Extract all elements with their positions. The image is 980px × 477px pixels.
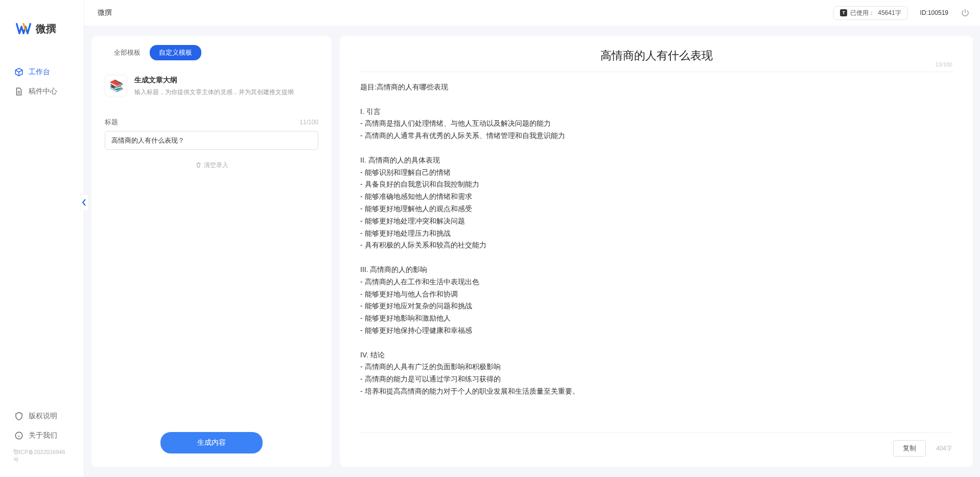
sidebar-bottom: 版权说明 关于我们 鄂ICP备2022016946号 (0, 406, 84, 477)
output-title-count: 10/100 (935, 61, 952, 67)
title-input[interactable] (105, 131, 318, 150)
template-info: 生成文章大纲 输入标题，为你提供文章主体的灵感，并为其创建推文提纲 (134, 75, 294, 97)
usage-value: 45641字 (878, 9, 901, 17)
page-title: 微撰 (95, 8, 112, 17)
copy-button[interactable]: 复制 (893, 440, 926, 457)
logo-text: 微撰 (36, 22, 56, 36)
template-desc: 输入标题，为你提供文章主体的灵感，并为其创建推文提纲 (134, 88, 294, 97)
logo-icon (15, 20, 32, 37)
shield-icon (14, 412, 24, 421)
output-header: 高情商的人有什么表现 10/100 (360, 48, 952, 72)
left-panel: 全部模板 自定义模板 📚 生成文章大纲 输入标题，为你提供文章主体的灵感，并为其… (91, 36, 332, 467)
title-form: 标题 11/100 (105, 118, 318, 150)
template-tabs: 全部模板 自定义模板 (105, 45, 318, 60)
cube-icon (14, 67, 24, 77)
nav-item-label: 关于我们 (29, 431, 57, 440)
right-panel: 高情商的人有什么表现 10/100 题目:高情商的人有哪些表现 I. 引言 - … (340, 36, 973, 467)
text-icon: T (840, 9, 847, 16)
nav-item-label: 版权说明 (29, 412, 57, 421)
info-icon (14, 431, 24, 440)
nav-main: 工作台 稿件中心 (0, 52, 84, 406)
char-count: 11/100 (299, 119, 318, 126)
generate-button[interactable]: 生成内容 (160, 432, 263, 453)
main-content: 全部模板 自定义模板 📚 生成文章大纲 输入标题，为你提供文章主体的灵感，并为其… (84, 26, 980, 477)
form-label-row: 标题 11/100 (105, 118, 318, 127)
nav-item-copyright[interactable]: 版权说明 (0, 406, 84, 426)
document-icon (14, 87, 24, 96)
word-count: 404字 (936, 444, 952, 453)
usage-badge[interactable]: T 已使用： 45641字 (833, 6, 907, 20)
form-label: 标题 (105, 118, 118, 127)
user-id: ID:100519 (920, 9, 948, 16)
clear-button[interactable]: 清空录入 (105, 161, 318, 170)
nav-item-about[interactable]: 关于我们 (0, 426, 84, 445)
icp-text: 鄂ICP备2022016946号 (0, 445, 84, 467)
books-icon: 📚 (105, 75, 127, 97)
usage-label: 已使用： (850, 9, 875, 17)
sidebar-collapse-button[interactable] (80, 194, 88, 211)
tab-custom-templates[interactable]: 自定义模板 (150, 45, 201, 60)
logo[interactable]: 微撰 (0, 0, 84, 52)
sidebar: 微撰 工作台 稿件中心 (0, 0, 84, 477)
output-body: 题目:高情商的人有哪些表现 I. 引言 - 高情商是指人们处理情绪、与他人互动以… (360, 72, 952, 433)
clear-label: 清空录入 (204, 161, 228, 170)
output-title: 高情商的人有什么表现 (360, 48, 952, 63)
nav-item-workbench[interactable]: 工作台 (0, 62, 84, 82)
template-title: 生成文章大纲 (134, 76, 294, 85)
output-footer: 复制 404字 (360, 433, 952, 457)
topbar-right: T 已使用： 45641字 ID:100519 (833, 6, 970, 20)
topbar: 微撰 T 已使用： 45641字 ID:100519 (84, 0, 980, 26)
template-card: 📚 生成文章大纲 输入标题，为你提供文章主体的灵感，并为其创建推文提纲 (105, 75, 318, 97)
tab-all-templates[interactable]: 全部模板 (105, 45, 150, 60)
trash-icon (195, 162, 202, 170)
nav-item-label: 工作台 (29, 67, 50, 77)
nav-item-drafts[interactable]: 稿件中心 (0, 82, 84, 101)
power-icon[interactable] (961, 8, 970, 17)
nav-item-label: 稿件中心 (29, 87, 57, 96)
